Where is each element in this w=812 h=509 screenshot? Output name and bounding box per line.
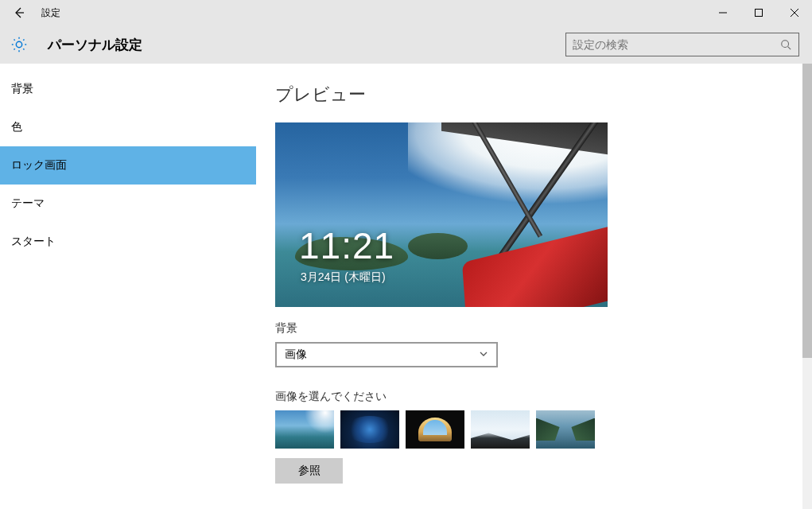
close-icon — [791, 9, 798, 17]
preview-island — [408, 233, 468, 258]
settings-icon — [10, 35, 29, 54]
dropdown-value: 画像 — [285, 348, 307, 362]
gear-icon — [10, 36, 28, 53]
window-title: 設定 — [41, 6, 60, 20]
thumbnail-ice-cave[interactable] — [340, 410, 399, 449]
content: プレビュー 11:21 3月24日 (木曜日) 背景 画像 画像を選んでください — [256, 64, 812, 509]
choose-image-label: 画像を選んでください — [275, 390, 793, 404]
maximize-icon — [755, 9, 763, 17]
thumbnail-fjord-lake[interactable] — [536, 410, 595, 449]
thumbnail-aerial-islands[interactable] — [275, 410, 334, 449]
header: パーソナル設定 — [0, 25, 812, 64]
back-button[interactable] — [0, 0, 38, 25]
sidebar-item-label: 色 — [11, 120, 22, 134]
search-input[interactable] — [573, 38, 779, 51]
sidebar-item-label: ロック画面 — [11, 158, 67, 173]
thumbnail-cave-beach[interactable] — [406, 410, 464, 449]
lock-screen-preview: 11:21 3月24日 (木曜日) — [275, 122, 608, 307]
maximize-button[interactable] — [740, 0, 776, 25]
scrollbar-thumb[interactable] — [802, 64, 812, 358]
titlebar: 設定 — [0, 0, 812, 25]
search-box[interactable] — [565, 33, 799, 56]
sidebar-item-label: テーマ — [11, 196, 45, 211]
browse-button-label: 参照 — [298, 464, 321, 478]
window-controls — [705, 0, 812, 25]
sidebar-item-label: 背景 — [11, 82, 33, 96]
preview-heading: プレビュー — [275, 83, 793, 107]
svg-rect-0 — [755, 10, 762, 17]
minimize-icon — [719, 9, 727, 17]
chevron-down-icon — [479, 348, 488, 361]
sidebar-item-background[interactable]: 背景 — [0, 70, 256, 108]
arrow-left-icon — [13, 6, 25, 19]
svg-point-1 — [782, 41, 789, 48]
sidebar: 背景 色 ロック画面 テーマ スタート — [0, 64, 256, 509]
sidebar-item-label: スタート — [11, 235, 56, 249]
page-title: パーソナル設定 — [48, 36, 142, 54]
close-button[interactable] — [776, 0, 812, 25]
preview-clock: 11:21 — [299, 224, 394, 267]
sidebar-item-start[interactable]: スタート — [0, 223, 256, 261]
background-label: 背景 — [275, 321, 793, 336]
minimize-button[interactable] — [705, 0, 740, 25]
scrollbar[interactable] — [802, 64, 812, 509]
sidebar-item-colors[interactable]: 色 — [0, 108, 256, 146]
search-icon — [779, 38, 792, 51]
sidebar-item-lock-screen[interactable]: ロック画面 — [0, 146, 256, 185]
background-dropdown[interactable]: 画像 — [275, 342, 498, 367]
preview-date: 3月24日 (木曜日) — [301, 270, 386, 285]
sidebar-item-themes[interactable]: テーマ — [0, 185, 256, 223]
browse-button[interactable]: 参照 — [275, 458, 343, 484]
image-thumbnails — [275, 410, 793, 449]
thumbnail-snow-ridge[interactable] — [471, 410, 530, 449]
